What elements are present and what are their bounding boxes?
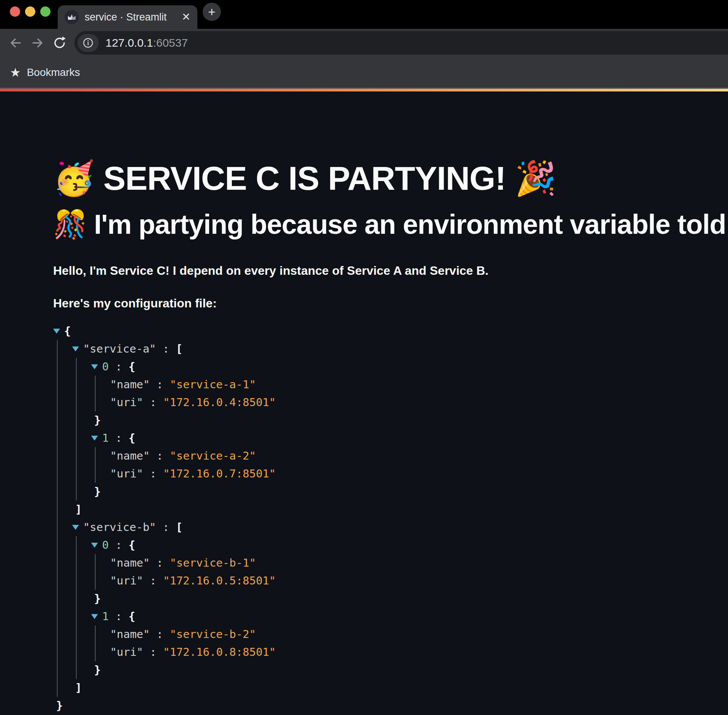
json-key: "name" bbox=[110, 628, 150, 641]
json-close-bracket: ] bbox=[75, 681, 82, 694]
json-closing-bracket-line: } bbox=[91, 483, 713, 501]
json-line: "uri" : "172.16.0.7:8501" bbox=[110, 465, 713, 483]
tab-close-button[interactable]: ✕ bbox=[182, 12, 191, 22]
browser-toolbar: 127.0.0.1:60537 bbox=[0, 29, 728, 57]
info-icon bbox=[83, 38, 93, 48]
json-key: "name" bbox=[110, 556, 150, 569]
json-key: "uri" bbox=[110, 646, 143, 658]
collapse-arrow-icon[interactable] bbox=[72, 525, 79, 530]
json-colon: : bbox=[109, 432, 128, 444]
json-key: "service-b" bbox=[83, 521, 156, 534]
minimize-window-button[interactable] bbox=[25, 6, 35, 17]
json-array-index: 1 bbox=[102, 432, 109, 444]
json-colon: : bbox=[150, 378, 170, 391]
json-close-brace: } bbox=[94, 485, 101, 498]
json-line: 0 : { bbox=[91, 536, 713, 554]
reload-button[interactable] bbox=[49, 31, 71, 54]
json-closing-bracket-line: } bbox=[53, 697, 713, 715]
streamlit-favicon-icon bbox=[65, 10, 79, 24]
site-info-button[interactable] bbox=[77, 34, 99, 52]
json-line: "uri" : "172.16.0.8:8501" bbox=[110, 643, 713, 661]
json-object-node: 1 : {"name" : "service-b-2""uri" : "172.… bbox=[91, 608, 713, 679]
json-key: "uri" bbox=[110, 467, 143, 480]
json-colon: : bbox=[150, 628, 170, 641]
json-line: 1 : { bbox=[91, 608, 713, 625]
new-tab-button[interactable]: + bbox=[203, 3, 221, 21]
browser-tab[interactable]: service · Streamlit ✕ bbox=[58, 5, 197, 29]
forward-button[interactable] bbox=[27, 31, 49, 54]
collapse-arrow-icon[interactable] bbox=[91, 364, 98, 369]
json-object-fields: "name" : "service-b-2""uri" : "172.16.0.… bbox=[95, 625, 713, 661]
json-line: "uri" : "172.16.0.5:8501" bbox=[110, 572, 713, 590]
json-key: "name" bbox=[110, 378, 150, 391]
streamlit-decoration-bar bbox=[0, 89, 728, 91]
json-open-brace: { bbox=[64, 324, 71, 337]
json-line: 0 : { bbox=[91, 358, 713, 376]
close-window-button[interactable] bbox=[10, 6, 20, 17]
json-colon: : bbox=[150, 556, 170, 569]
json-key: "name" bbox=[110, 449, 150, 462]
json-colon: : bbox=[156, 342, 176, 355]
zoom-window-button[interactable] bbox=[40, 6, 50, 17]
json-line: 1 : { bbox=[91, 429, 713, 447]
json-closing-bracket-line: } bbox=[91, 661, 713, 679]
json-line: "uri" : "172.16.0.4:8501" bbox=[110, 394, 713, 411]
bookmark-item-bookmarks[interactable]: ★ Bookmarks bbox=[10, 66, 80, 79]
streamlit-app-content: 🥳 SERVICE C IS PARTYING! 🎉 🎊 I'm partyin… bbox=[0, 91, 728, 715]
json-array-items: 0 : {"name" : "service-b-1""uri" : "172.… bbox=[76, 536, 713, 679]
json-string-value: "172.16.0.5:8501" bbox=[163, 574, 276, 587]
json-colon: : bbox=[143, 396, 163, 409]
json-array-index: 0 bbox=[102, 360, 109, 373]
json-closing-bracket-line: ] bbox=[72, 679, 713, 697]
json-open-brace: { bbox=[129, 610, 135, 623]
collapse-arrow-icon[interactable] bbox=[72, 346, 79, 351]
config-label: Here's my configuration file: bbox=[53, 296, 713, 311]
json-array-index: 0 bbox=[102, 539, 109, 551]
url-port: :60537 bbox=[153, 36, 188, 49]
json-line: "service-b" : [ bbox=[72, 518, 713, 536]
json-string-value: "service-b-2" bbox=[170, 628, 256, 641]
json-closing-bracket-line: ] bbox=[72, 501, 713, 518]
page-title: 🥳 SERVICE C IS PARTYING! 🎉 bbox=[53, 159, 713, 197]
reload-icon bbox=[53, 36, 66, 50]
json-key: "service-a" bbox=[83, 342, 156, 355]
json-object-fields: "name" : "service-a-1""uri" : "172.16.0.… bbox=[95, 376, 713, 411]
collapse-arrow-icon[interactable] bbox=[91, 614, 98, 619]
json-array-node: "service-a" : [0 : {"name" : "service-a-… bbox=[72, 340, 713, 518]
json-colon: : bbox=[109, 360, 128, 373]
json-string-value: "service-a-2" bbox=[170, 449, 256, 462]
json-closing-bracket-line: } bbox=[91, 411, 713, 429]
json-key: "uri" bbox=[110, 396, 143, 409]
json-object-node: 1 : {"name" : "service-a-2""uri" : "172.… bbox=[91, 429, 713, 501]
json-array-items: 0 : {"name" : "service-a-1""uri" : "172.… bbox=[76, 358, 713, 501]
traffic-lights bbox=[10, 6, 50, 17]
forward-arrow-icon bbox=[31, 36, 44, 50]
back-button[interactable] bbox=[5, 31, 27, 54]
json-close-brace: } bbox=[56, 699, 63, 712]
json-colon: : bbox=[109, 610, 128, 623]
json-colon: : bbox=[143, 646, 163, 658]
collapse-arrow-icon[interactable] bbox=[53, 329, 60, 334]
collapse-arrow-icon[interactable] bbox=[91, 436, 98, 441]
json-colon: : bbox=[143, 574, 163, 587]
json-line: "name" : "service-a-2" bbox=[110, 447, 713, 465]
omnibox-address-bar[interactable]: 127.0.0.1:60537 bbox=[74, 31, 728, 55]
json-open-bracket: [ bbox=[176, 521, 182, 534]
bookmark-label: Bookmarks bbox=[27, 66, 80, 79]
json-root-children: "service-a" : [0 : {"name" : "service-a-… bbox=[57, 340, 713, 697]
json-line: "name" : "service-b-1" bbox=[110, 554, 713, 572]
json-colon: : bbox=[143, 467, 163, 480]
intro-text: Hello, I'm Service C! I depend on every … bbox=[53, 263, 713, 278]
json-object-node: 0 : {"name" : "service-a-1""uri" : "172.… bbox=[91, 358, 713, 429]
json-array-index: 1 bbox=[102, 610, 109, 623]
json-closing-bracket-line: } bbox=[91, 590, 713, 608]
json-object-fields: "name" : "service-b-1""uri" : "172.16.0.… bbox=[95, 554, 713, 590]
json-string-value: "service-a-1" bbox=[170, 378, 256, 391]
json-object-fields: "name" : "service-a-2""uri" : "172.16.0.… bbox=[95, 447, 713, 483]
json-line: { bbox=[53, 322, 713, 340]
json-string-value: "172.16.0.8:8501" bbox=[163, 646, 276, 658]
url-host: 127.0.0.1 bbox=[106, 36, 153, 49]
tab-strip: service · Streamlit ✕ + bbox=[0, 0, 728, 29]
collapse-arrow-icon[interactable] bbox=[91, 543, 98, 548]
json-tree-viewer: {"service-a" : [0 : {"name" : "service-a… bbox=[53, 322, 713, 715]
